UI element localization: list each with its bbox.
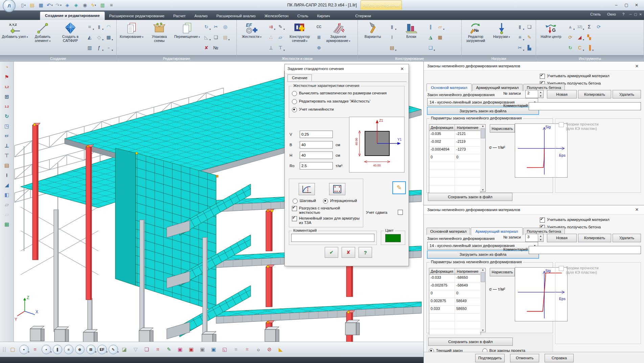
- copy-loads-icon[interactable]: ❏: [525, 22, 534, 31]
- show-model-icon[interactable]: ◈: [72, 1, 80, 9]
- table-row[interactable]: [429, 162, 481, 170]
- table-row[interactable]: -0.035-2121: [429, 131, 481, 139]
- variants-button[interactable]: Варианты: [359, 21, 386, 40]
- joint-dots-icon[interactable]: ∴: [267, 32, 275, 42]
- pane-rotate-icon[interactable]: ▣: [175, 344, 185, 355]
- delete-record-button[interactable]: Удалить: [613, 90, 641, 98]
- grid-lens-icon[interactable]: ⊞▾: [86, 344, 96, 355]
- column-header[interactable]: Напряжение: [455, 124, 481, 131]
- filter-icon[interactable]: ▽: [131, 344, 141, 355]
- color-swatch[interactable]: [385, 234, 401, 242]
- copy-record-button[interactable]: Копировать: [578, 234, 611, 242]
- doc-minimize-icon[interactable]: ─: [629, 13, 632, 16]
- plate-gray-icon[interactable]: ▱: [2, 200, 12, 209]
- checkbox-strength-theories[interactable]: Теории прочности(для КЭ пластин): [559, 122, 641, 131]
- zoom-cancel-icon[interactable]: ⊘: [264, 344, 275, 355]
- ribbon-tab-создание-и-редактирование[interactable]: Создание и редактирование: [40, 12, 105, 20]
- draw-lens-icon[interactable]: ✎▾: [108, 344, 118, 355]
- minimize-button[interactable]: –: [612, 1, 621, 9]
- pack-scheme-button[interactable]: Упаковка схемы: [146, 21, 173, 44]
- copy-record-button[interactable]: Копировать: [578, 90, 611, 98]
- table-row[interactable]: [429, 185, 481, 193]
- stiffness-ef-icon[interactable]: EF: [2, 131, 12, 140]
- brick-down-icon[interactable]: ▦: [436, 32, 444, 42]
- comment-input[interactable]: [529, 246, 641, 254]
- draw-button[interactable]: Нарисовать: [490, 268, 515, 276]
- results-chart-icon[interactable]: ▥: [99, 1, 106, 9]
- help-menu[interactable]: ?▾: [622, 12, 627, 16]
- create-in-sapfir-button[interactable]: Создать в САПФИР: [57, 21, 84, 44]
- element-numbers-icon[interactable]: 1.2: [2, 102, 12, 111]
- undo-icon[interactable]: ↶▾: [46, 1, 53, 9]
- radio-iteration-method[interactable]: Итерационный: [323, 199, 357, 204]
- checkbox-reinforcing-material[interactable]: Учитывать армирующий материал: [540, 74, 610, 79]
- load-cases-editor-button[interactable]: №Редактор загружений: [463, 21, 488, 44]
- mark-red-icon[interactable]: ⚑: [2, 72, 12, 82]
- stress-curve-button[interactable]: [299, 183, 315, 195]
- node-numbers-icon[interactable]: 1,2: [2, 82, 12, 91]
- more-commands-icon[interactable]: ≡: [108, 1, 115, 9]
- ground-anchor-icon[interactable]: ⊕: [315, 43, 323, 52]
- redo-icon[interactable]: ↷▾: [55, 1, 62, 9]
- target-lens-icon[interactable]: ⊕: [75, 344, 85, 355]
- rotate-model-icon[interactable]: ↻: [2, 112, 12, 121]
- rigid-link-icon[interactable]: ✎▾: [276, 22, 285, 31]
- display-flags-icon[interactable]: ◔: [2, 63, 12, 72]
- table-row[interactable]: -0.002-2119: [429, 139, 481, 146]
- ribbon-tab-стержни[interactable]: Стержни: [343, 12, 383, 20]
- masonry-icon[interactable]: ▤: [2, 161, 12, 170]
- rebar-section-button[interactable]: [329, 183, 345, 195]
- building-load-icon[interactable]: ▙: [525, 43, 534, 52]
- table-row[interactable]: -0.0004894-1273: [429, 146, 481, 154]
- radio-nonlinearity[interactable]: Учет нелинейности: [292, 107, 404, 112]
- add-element-button[interactable]: Добавить элемент▾: [29, 21, 56, 44]
- new-record-button[interactable]: Новая: [547, 234, 577, 242]
- preset-reinforcement-button[interactable]: Заданное армирование▾: [325, 21, 352, 44]
- truss-generator-icon[interactable]: ◭: [85, 32, 94, 42]
- pressure-icon[interactable]: ▮▾: [515, 22, 524, 31]
- save-law-button[interactable]: Сохранить закон в файл: [428, 193, 512, 201]
- cancel-button[interactable]: Отменить: [510, 354, 539, 362]
- tab-section[interactable]: Сечение: [288, 74, 312, 81]
- help-button[interactable]: Справка: [545, 354, 574, 362]
- copy-fragment-icon[interactable]: ❏: [211, 32, 220, 42]
- column-header[interactable]: Деформация: [429, 268, 455, 274]
- table-row[interactable]: -0.033-58650: [429, 275, 481, 282]
- close-icon[interactable]: ✕: [398, 66, 406, 71]
- concrete-cube-icon[interactable]: ▮▾: [388, 22, 396, 31]
- table-row[interactable]: -0.002875-58649: [429, 282, 481, 290]
- checkbox-reinforcing-material[interactable]: Учитывать армирующий материал: [540, 218, 610, 223]
- move-button[interactable]: Перемещение▾: [174, 21, 201, 40]
- record-spinner[interactable]: 2 ▲▼: [525, 90, 544, 98]
- fragment-icon[interactable]: ◳: [2, 121, 12, 131]
- style-menu[interactable]: Стиль▾: [590, 12, 604, 16]
- contextual-tab-header[interactable]: Работа со стержнями: [361, 0, 402, 10]
- solid-block-icon[interactable]: ◧: [2, 190, 12, 199]
- ribbon-tab-расширенное-редактирование[interactable]: Расширенное редактирование: [105, 12, 169, 20]
- close-button[interactable]: ✕: [632, 1, 641, 9]
- iso-view-icon[interactable]: ◪: [119, 344, 130, 355]
- add-node-button[interactable]: X,Y,ZДобавить узел▾: [1, 21, 28, 40]
- refresh-pane-icon[interactable]: ⟳: [566, 32, 575, 42]
- doc-close-icon[interactable]: ✕: [639, 13, 642, 16]
- wedge-icon[interactable]: ◢: [2, 180, 12, 189]
- numbering-icon[interactable]: №: [211, 43, 220, 52]
- supports-icon[interactable]: ⊥: [2, 141, 12, 150]
- sum-down-icon[interactable]: Σ: [585, 22, 594, 31]
- pane-fragment-icon[interactable]: ▣: [209, 344, 219, 355]
- select-zoom-icon[interactable]: ◎: [221, 22, 230, 31]
- ribbon-tab-анализ[interactable]: Анализ: [190, 12, 212, 20]
- frame-highlight-icon[interactable]: ⌗: [242, 344, 252, 355]
- pane-divide-icon[interactable]: ▐▾: [585, 43, 594, 52]
- elements-lens-icon[interactable]: ∘▾: [41, 344, 51, 355]
- loads-button[interactable]: Нагрузки▾: [489, 21, 514, 40]
- section-constructor-button[interactable]: Конструктор сечений▾: [286, 21, 313, 44]
- i-beam-icon[interactable]: I: [2, 171, 12, 180]
- masonry-icon[interactable]: ▤▾: [388, 43, 396, 52]
- flip-pages-icon[interactable]: ❏: [142, 344, 152, 355]
- ribbon-tab-железобетон[interactable]: Железобетон: [260, 12, 293, 20]
- hinges-icon[interactable]: ⊤: [2, 151, 12, 160]
- flag-plate-icon[interactable]: ▱▾: [436, 22, 444, 31]
- table-row[interactable]: [429, 178, 481, 185]
- orange-split-icon[interactable]: ▚: [585, 32, 594, 42]
